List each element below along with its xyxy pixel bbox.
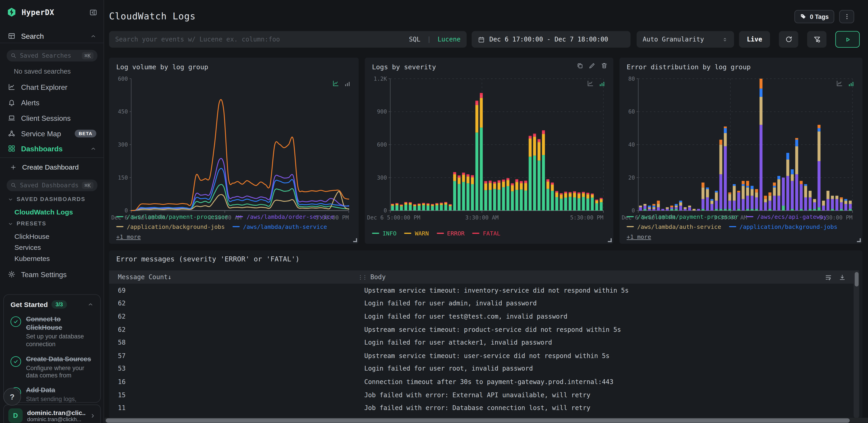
legend-swatch [729,226,736,227]
resize-handle[interactable] [353,238,357,242]
legend-item[interactable]: ERROR [436,229,465,237]
create-dashboard-button[interactable]: Create Dashboard [0,160,104,175]
sidebar-item-dashboards[interactable]: Dashboards [0,141,104,156]
run-query-button[interactable] [835,31,860,48]
legend-item[interactable]: /aws/lambda/payment-processor [116,213,228,221]
download-icon[interactable] [839,274,846,281]
shortcut-badge: ⌘K [82,181,94,189]
get-started-card: Get Started 3/3 Connect to ClickHouseSet… [3,294,101,403]
table-scrollbar[interactable] [854,270,859,418]
saved-searches-input[interactable]: Saved Searches ⌘K [7,50,97,61]
chevron-up-icon[interactable] [87,302,94,308]
get-started-title: Get Started [10,301,48,308]
dashboard-link-services[interactable]: Services [0,244,104,252]
get-started-item-title: Create Data Sources [26,355,94,363]
table-row[interactable]: 57Upstream service timeout: user-service… [109,349,852,362]
user-menu[interactable]: D dominic.tran@clic... dominic.tran@clic… [3,404,101,423]
svg-text:300: 300 [377,174,387,181]
legend-more-link[interactable]: +1 more [116,233,141,241]
legend-item[interactable]: WARN [404,229,429,237]
legend-item[interactable]: /aws/lambda/auth-service [627,223,721,230]
legend-item[interactable]: /aws/ecs/api-gateway [746,213,827,221]
time-range-picker[interactable]: Dec 6 17:00:00 - Dec 7 18:00:00 [472,31,630,48]
legend-more-link[interactable]: +1 more [627,233,651,241]
sidebar-item-client-sessions[interactable]: Client Sessions [0,110,104,126]
dashboard-menu-button[interactable] [839,10,854,23]
drag-handle-icon[interactable]: ⋮⋮ [358,274,367,280]
table-row[interactable]: 58Login failed for user attacker1, inval… [109,336,852,349]
section-header-presets[interactable]: PRESETS [0,221,104,227]
sidebar-item-service-map[interactable]: Service MapBETA [0,126,104,141]
column-header-message-count[interactable]: Message Count↓ [118,273,172,281]
legend-item[interactable]: /aws/lambda/auth-service [232,223,327,230]
sidebar-item-chart-explorer[interactable]: Chart Explorer [0,79,104,95]
column-header-body[interactable]: ⋮⋮ Body [358,273,386,281]
live-button[interactable]: Live [739,31,770,48]
cell-body: Upstream service timeout: inventory-serv… [364,286,629,294]
legend-item[interactable]: /aws/lambda/order-service [236,213,334,221]
resize-handle[interactable] [857,238,861,242]
dashboard-link-cloudwatch-logs[interactable]: CloudWatch Logs [0,208,104,216]
horizontal-scrollbar[interactable] [104,418,868,423]
get-started-item[interactable]: Create Data SourcesConfigure where your … [10,355,94,379]
table-row[interactable]: 69Upstream service timeout: inventory-se… [109,284,852,297]
legend-item[interactable]: FATAL [472,229,500,237]
sidebar-item-search[interactable]: Search [0,28,104,44]
table-row[interactable]: 16Connection timeout after 30s to paymen… [109,375,852,388]
svg-text:40: 40 [628,141,635,148]
get-started-item[interactable]: Add DataStart sending logs, metrics, or … [10,386,94,403]
lucene-toggle[interactable]: Lucene [438,35,461,43]
svg-text:450: 450 [118,108,128,115]
get-started-item-text: Create Data SourcesConfigure where your … [26,355,94,379]
laptop-icon [8,114,16,122]
chevron-right-icon [90,413,96,419]
table-row[interactable]: 53Login failed for user root, invalid pa… [109,362,852,375]
help-button[interactable]: ? [3,388,21,406]
legend-label: /application/background-jobs [127,223,225,230]
table-row[interactable]: 62Upstream service timeout: product-serv… [109,323,852,336]
wrap-text-icon[interactable] [825,274,832,281]
cell-body: Login failed for user root, invalid pass… [364,365,533,373]
cell-message-count: 57 [118,352,126,359]
horizontal-scrollbar-thumb[interactable] [106,418,849,422]
legend-item[interactable]: INFO [372,229,397,237]
search-icon [10,53,17,59]
filter-button[interactable] [807,31,827,48]
table-row[interactable]: 15Job failed with error: External API un… [109,388,852,401]
chart-legend: INFOWARNERRORFATAL [372,229,606,237]
section-header-saved-dashboards[interactable]: SAVED DASHBOARDS [0,196,104,202]
legend-item[interactable]: /application/background-jobs [729,223,837,230]
hyperdx-logo-icon [7,7,17,17]
sidebar: HyperDX Search Saved Searches ⌘K No save… [0,0,104,423]
dashboard-link-clickhouse[interactable]: ClickHouse [0,233,104,241]
dashboard-link-kubernetes[interactable]: Kubernetes [0,255,104,262]
sidebar-item-alerts[interactable]: Alerts [0,95,104,110]
cell-body: Job failed with error: Database connecti… [364,404,590,412]
resize-handle[interactable] [608,238,612,242]
tags-button[interactable]: 0 Tags [795,10,834,23]
table-row[interactable]: 62Login failed for user test@test.com, i… [109,310,852,323]
table-row[interactable]: 62Login failed for user admin, invalid p… [109,297,852,310]
chevron-up-icon [90,145,96,151]
saved-dashboards-input[interactable]: Saved Dashboards ⌘K [7,179,97,191]
legend-swatch [746,216,754,217]
table-row[interactable]: 11Job failed with error: Database connec… [109,401,852,414]
sidebar-item-label: Alerts [21,98,96,107]
table-scrollbar-thumb[interactable] [854,272,858,286]
svg-text:600: 600 [377,141,387,148]
event-search-input[interactable]: Search your events w/ Lucene ex. column:… [109,31,467,48]
legend-label: FATAL [483,229,500,237]
refresh-button[interactable] [779,31,798,48]
svg-text:5:30:00 PM: 5:30:00 PM [570,214,603,221]
get-started-item[interactable]: Connect to ClickHouseSet up your databas… [10,315,94,348]
cell-message-count: 58 [118,339,126,346]
chart-canvas: 03006009001.2KDec 6 5:00:00 PM3:30:00 AM… [365,58,613,246]
cell-body: Upstream service timeout: user-service d… [364,352,610,359]
granularity-select[interactable]: Auto Granularity [637,31,734,48]
collapse-sidebar-icon[interactable] [89,8,97,16]
sidebar-item-team-settings[interactable]: Team Settings [0,266,104,282]
legend-item[interactable]: /application/background-jobs [116,223,225,230]
legend-item[interactable]: /aws/lambda/payment-processor [627,213,739,221]
sql-toggle[interactable]: SQL [409,35,421,43]
svg-text:300: 300 [118,141,128,148]
